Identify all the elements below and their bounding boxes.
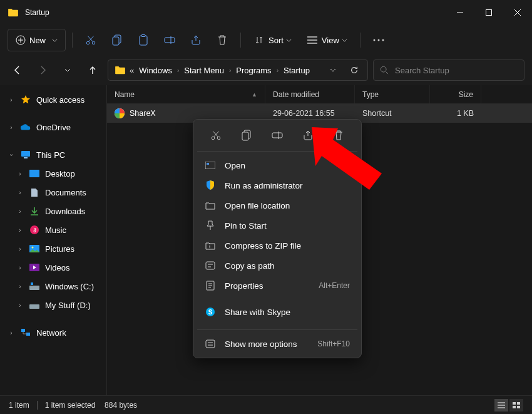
svg-rect-5 <box>113 37 119 45</box>
sidebar-item-network[interactable]: › Network <box>4 323 103 342</box>
status-bytes: 884 bytes <box>105 401 137 410</box>
address-bar[interactable]: « Windows› Start Menu› Programs› Startup <box>108 60 368 81</box>
svg-point-9 <box>373 39 375 41</box>
new-button[interactable]: New <box>8 29 66 51</box>
share-button[interactable] <box>184 29 208 51</box>
document-icon <box>29 187 40 198</box>
sidebar-item-desktop[interactable]: ›Desktop <box>13 164 103 183</box>
sort-button[interactable]: Sort <box>247 29 298 51</box>
videos-icon <box>29 262 40 273</box>
column-date[interactable]: Date modified <box>265 85 355 103</box>
network-icon <box>20 327 31 338</box>
breadcrumb-item[interactable]: Windows <box>136 66 175 75</box>
ctx-properties[interactable]: PropertiesAlt+Enter <box>197 276 357 296</box>
sidebar-item-music[interactable]: ›Music <box>13 220 103 239</box>
svg-rect-13 <box>21 151 30 157</box>
status-item-count: 1 item <box>9 401 29 410</box>
svg-rect-31 <box>205 162 215 169</box>
sidebar-item-label: My Stuff (D:) <box>45 301 91 310</box>
svg-rect-29 <box>242 132 248 140</box>
ctx-open-location[interactable]: Open file location <box>197 195 357 215</box>
ctx-share-skype[interactable]: SShare with Skype <box>197 302 357 322</box>
ctx-compress[interactable]: Compress to ZIP file <box>197 235 357 256</box>
sidebar-item-drive-d[interactable]: ›My Stuff (D:) <box>13 296 103 314</box>
thumbnails-view-button[interactable] <box>509 399 523 411</box>
breadcrumb-item[interactable]: Startup <box>281 66 312 75</box>
folder-icon <box>115 66 126 75</box>
column-size[interactable]: Size <box>430 85 481 103</box>
breadcrumb-item[interactable]: Start Menu <box>182 66 227 75</box>
details-view-button[interactable] <box>494 399 508 411</box>
chevron-down-icon <box>286 38 292 43</box>
ctx-more-options[interactable]: Show more optionsShift+F10 <box>197 334 357 354</box>
maximize-button[interactable] <box>474 0 503 25</box>
desktop-icon <box>29 168 40 179</box>
minimize-button[interactable] <box>446 0 474 25</box>
column-headers: Name▲ Date modified Type Size <box>107 85 532 104</box>
ctx-pin-start[interactable]: Pin to Start <box>197 215 357 235</box>
sidebar-item-videos[interactable]: ›Videos <box>13 258 103 277</box>
sort-button-label: Sort <box>269 36 284 45</box>
close-button[interactable] <box>503 0 532 25</box>
svg-rect-23 <box>21 329 25 332</box>
svg-point-10 <box>377 39 379 41</box>
chevron-down-icon <box>52 38 58 43</box>
status-selected: 1 item selected <box>45 401 96 410</box>
paste-button[interactable] <box>131 29 155 51</box>
sidebar-item-pictures[interactable]: ›Pictures <box>13 239 103 258</box>
sidebar-item-documents[interactable]: ›Documents <box>13 183 103 202</box>
svg-point-12 <box>381 66 386 72</box>
svg-rect-8 <box>165 38 175 43</box>
ctx-cut-button[interactable] <box>205 126 227 145</box>
breadcrumb-item[interactable]: Programs <box>233 66 274 75</box>
star-icon <box>20 94 31 105</box>
sidebar-item-downloads[interactable]: ›Downloads <box>13 202 103 220</box>
rename-button[interactable] <box>158 29 182 51</box>
properties-icon <box>205 280 216 291</box>
ctx-open[interactable]: Open <box>197 155 357 175</box>
sidebar-item-label: Quick access <box>36 95 84 105</box>
svg-rect-39 <box>513 402 516 405</box>
skype-icon: S <box>205 306 216 318</box>
monitor-icon <box>20 149 31 160</box>
sidebar-item-label: Desktop <box>45 169 75 179</box>
more-button[interactable] <box>367 29 391 51</box>
column-type[interactable]: Type <box>355 85 430 103</box>
ctx-copy-button[interactable] <box>235 126 258 145</box>
ctx-run-admin[interactable]: Run as administrator <box>197 175 357 195</box>
more-options-icon <box>205 338 216 349</box>
folder-open-icon <box>205 200 216 211</box>
up-button[interactable] <box>83 60 103 80</box>
recent-locations-button[interactable] <box>58 60 78 80</box>
address-dropdown-button[interactable] <box>324 67 342 73</box>
sidebar-item-label: Documents <box>45 188 86 197</box>
refresh-button[interactable] <box>345 66 364 75</box>
svg-rect-42 <box>517 406 520 408</box>
forward-button[interactable] <box>33 60 53 80</box>
back-button[interactable] <box>8 60 28 80</box>
cut-button[interactable] <box>79 29 103 51</box>
sidebar-item-label: This PC <box>36 150 65 160</box>
shield-icon <box>205 180 216 191</box>
ctx-share-button[interactable] <box>297 126 319 145</box>
sidebar-item-drive-c[interactable]: ›Windows (C:) <box>13 277 103 296</box>
sidebar-item-onedrive[interactable]: › OneDrive <box>4 118 103 137</box>
view-button[interactable]: View <box>300 29 354 51</box>
svg-point-2 <box>86 41 90 44</box>
copy-button[interactable] <box>105 29 129 51</box>
column-name[interactable]: Name▲ <box>107 85 265 103</box>
open-icon <box>205 160 216 171</box>
ctx-rename-button[interactable] <box>266 126 289 145</box>
copy-path-icon <box>205 260 216 271</box>
svg-point-26 <box>212 137 215 140</box>
sidebar-item-quick-access[interactable]: › Quick access <box>4 90 103 109</box>
sidebar-item-label: OneDrive <box>36 123 71 132</box>
delete-button[interactable] <box>210 29 234 51</box>
ctx-copy-path[interactable]: Copy as path <box>197 256 357 276</box>
new-button-label: New <box>29 36 46 45</box>
search-input[interactable]: Search Startup <box>373 60 524 81</box>
sidebar-item-this-pc[interactable]: › This PC <box>4 145 103 164</box>
navigation-bar: « Windows› Start Menu› Programs› Startup… <box>0 55 532 85</box>
hidden-crumbs-indicator[interactable]: « <box>130 66 134 75</box>
ctx-delete-button[interactable] <box>327 126 350 145</box>
